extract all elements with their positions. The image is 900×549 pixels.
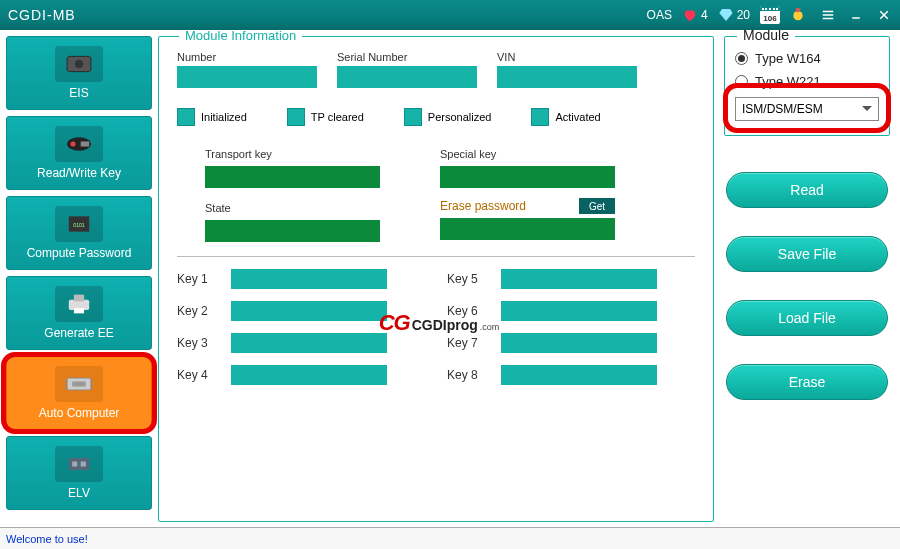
medal-icon[interactable] bbox=[790, 7, 806, 23]
personalized-checkbox[interactable]: Personalized bbox=[404, 108, 492, 126]
svg-rect-5 bbox=[81, 141, 90, 146]
module-select[interactable]: ISM/DSM/ESM bbox=[735, 97, 879, 121]
state-label: State bbox=[205, 202, 231, 214]
calendar-value: 106 bbox=[763, 14, 776, 23]
initialized-checkbox[interactable]: Initialized bbox=[177, 108, 247, 126]
svg-rect-14 bbox=[72, 461, 77, 466]
key-field[interactable] bbox=[231, 301, 387, 321]
elv-icon bbox=[55, 446, 103, 482]
vin-field[interactable] bbox=[497, 66, 637, 88]
sidebar-item-label: ELV bbox=[68, 486, 90, 500]
key-field[interactable] bbox=[231, 365, 387, 385]
key-label: Key 3 bbox=[177, 336, 219, 350]
transport-key-label: Transport key bbox=[205, 148, 272, 160]
key-field[interactable] bbox=[501, 333, 657, 353]
svg-rect-10 bbox=[74, 308, 84, 313]
key-label: Key 4 bbox=[177, 368, 219, 382]
svg-rect-13 bbox=[69, 458, 89, 470]
module-panel: Module Type W164 Type W221 ISM/DSM/ESM bbox=[724, 36, 890, 136]
svg-text:0101: 0101 bbox=[73, 222, 84, 228]
divider bbox=[177, 256, 695, 257]
cgdiprog-logo: CG CGDIprog .com bbox=[379, 310, 500, 336]
special-key-field[interactable] bbox=[440, 166, 615, 188]
svg-rect-12 bbox=[72, 381, 86, 386]
erase-button[interactable]: Erase bbox=[726, 364, 888, 400]
serial-number-field[interactable] bbox=[337, 66, 477, 88]
svg-rect-9 bbox=[74, 295, 84, 302]
calendar-icon[interactable]: 106 bbox=[760, 6, 780, 24]
tp-cleared-checkbox[interactable]: TP cleared bbox=[287, 108, 364, 126]
key-field[interactable] bbox=[231, 333, 387, 353]
status-bar: Welcome to use! bbox=[0, 527, 900, 549]
key-field[interactable] bbox=[501, 365, 657, 385]
special-key-label: Special key bbox=[440, 148, 496, 160]
app-title: CGDI-MB bbox=[8, 7, 76, 23]
key-row: Key 8 bbox=[447, 365, 657, 385]
key-row: Key 5 bbox=[447, 269, 657, 289]
key-field[interactable] bbox=[231, 269, 387, 289]
sidebar-item-eis[interactable]: EIS bbox=[6, 36, 152, 110]
get-button[interactable]: Get bbox=[579, 198, 615, 214]
sidebar-item-compute-password[interactable]: 0101 Compute Password bbox=[6, 196, 152, 270]
state-field[interactable] bbox=[205, 220, 380, 242]
sidebar: EIS Read/Write Key 0101 Compute Password… bbox=[0, 30, 158, 527]
key-label: Key 5 bbox=[447, 272, 489, 286]
oas-label: OAS bbox=[647, 8, 672, 22]
svg-rect-15 bbox=[81, 461, 86, 466]
diamond-count: 20 bbox=[737, 8, 750, 22]
module-legend: Module bbox=[737, 30, 795, 43]
read-button[interactable]: Read bbox=[726, 172, 888, 208]
serial-number-label: Serial Number bbox=[337, 51, 477, 63]
minimize-button[interactable] bbox=[848, 7, 864, 23]
key-icon bbox=[55, 126, 103, 162]
radio-type-w164[interactable]: Type W164 bbox=[735, 51, 879, 66]
sidebar-item-label: Generate EE bbox=[44, 326, 113, 340]
sidebar-item-read-write-key[interactable]: Read/Write Key bbox=[6, 116, 152, 190]
svg-point-4 bbox=[71, 141, 76, 146]
close-button[interactable] bbox=[876, 7, 892, 23]
ecu-icon bbox=[55, 366, 103, 402]
printer-icon bbox=[55, 286, 103, 322]
radio-icon bbox=[735, 75, 748, 88]
save-file-button[interactable]: Save File bbox=[726, 236, 888, 272]
panel-legend: Module Information bbox=[179, 30, 302, 43]
svg-point-2 bbox=[75, 60, 84, 69]
sidebar-item-label: EIS bbox=[69, 86, 88, 100]
key-row: Key 4 bbox=[177, 365, 387, 385]
eis-icon bbox=[55, 46, 103, 82]
sidebar-item-label: Auto Computer bbox=[39, 406, 120, 420]
key-row: Key 1 bbox=[177, 269, 387, 289]
sidebar-item-label: Compute Password bbox=[27, 246, 132, 260]
key-label: Key 7 bbox=[447, 336, 489, 350]
transport-key-field[interactable] bbox=[205, 166, 380, 188]
erase-password-field[interactable] bbox=[440, 218, 615, 240]
vin-label: VIN bbox=[497, 51, 637, 63]
titlebar: CGDI-MB OAS 4 20 106 bbox=[0, 0, 900, 30]
menu-icon[interactable] bbox=[820, 7, 836, 23]
password-icon: 0101 bbox=[55, 206, 103, 242]
sidebar-item-elv[interactable]: ELV bbox=[6, 436, 152, 510]
svg-point-0 bbox=[793, 11, 802, 20]
status-text: Welcome to use! bbox=[6, 533, 88, 545]
radio-type-w221[interactable]: Type W221 bbox=[735, 74, 879, 89]
sidebar-item-label: Read/Write Key bbox=[37, 166, 121, 180]
key-field[interactable] bbox=[501, 301, 657, 321]
key-field[interactable] bbox=[501, 269, 657, 289]
number-field[interactable] bbox=[177, 66, 317, 88]
key-row: Key 2 bbox=[177, 301, 387, 321]
diamond-icon bbox=[718, 7, 734, 23]
sidebar-item-auto-computer[interactable]: Auto Computer bbox=[6, 356, 152, 430]
activated-checkbox[interactable]: Activated bbox=[531, 108, 600, 126]
heart-status: 4 bbox=[682, 7, 708, 23]
heart-count: 4 bbox=[701, 8, 708, 22]
key-row: Key 3 bbox=[177, 333, 387, 353]
key-label: Key 2 bbox=[177, 304, 219, 318]
heart-icon bbox=[682, 7, 698, 23]
key-row: Key 7 bbox=[447, 333, 657, 353]
sidebar-item-generate-ee[interactable]: Generate EE bbox=[6, 276, 152, 350]
diamond-status: 20 bbox=[718, 7, 750, 23]
load-file-button[interactable]: Load File bbox=[726, 300, 888, 336]
module-information-panel: Module Information Number Serial Number … bbox=[158, 36, 714, 522]
key-label: Key 1 bbox=[177, 272, 219, 286]
radio-icon bbox=[735, 52, 748, 65]
